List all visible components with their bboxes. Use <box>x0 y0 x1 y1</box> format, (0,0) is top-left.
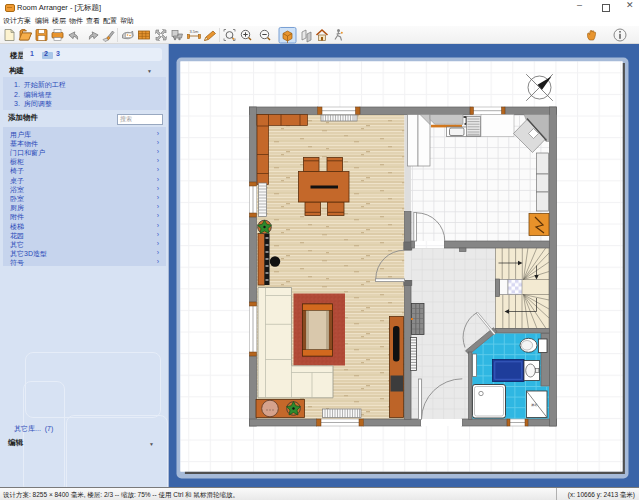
svg-text:淋浴: 淋浴 <box>531 403 538 407</box>
svg-text:3.5m: 3.5m <box>190 29 200 34</box>
